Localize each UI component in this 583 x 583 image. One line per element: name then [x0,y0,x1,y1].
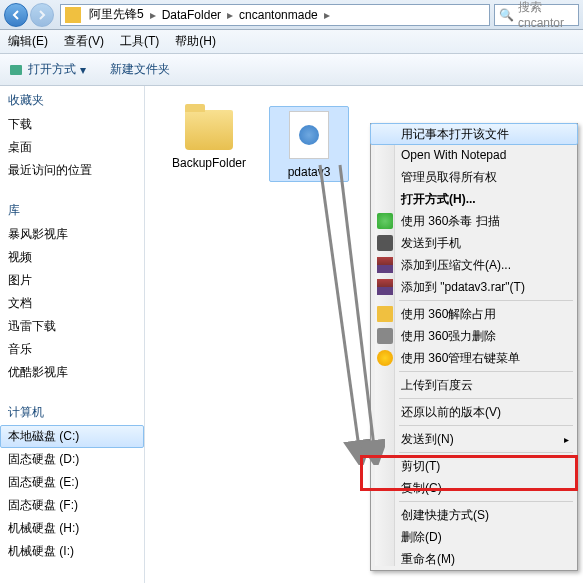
ctx-cut[interactable]: 剪切(T) [371,455,577,477]
file-item-selected[interactable]: pdatav3 [269,106,349,182]
ctx-create-shortcut[interactable]: 创建快捷方式(S) [371,504,577,526]
toolbar-label: 新建文件夹 [110,61,170,78]
ctx-open-with[interactable]: 打开方式(H)... [371,188,577,210]
folder-icon [65,7,81,23]
sidebar-item[interactable]: 下载 [0,113,144,136]
separator [399,425,573,426]
menu-edit[interactable]: 编辑(E) [8,33,48,50]
folder-item[interactable]: BackupFolder [169,106,249,172]
arrow-right-icon [37,10,47,20]
gear-icon [299,125,319,145]
breadcrumb-item[interactable]: DataFolder [158,8,225,22]
arrow-left-icon [11,10,21,20]
ctx-delete[interactable]: 删除(D) [371,526,577,548]
sidebar: 收藏夹 下载 桌面 最近访问的位置 库 暴风影视库 视频 图片 文档 迅雷下载 … [0,86,145,583]
archive-icon [377,279,393,295]
360-icon [377,350,393,366]
menu-view[interactable]: 查看(V) [64,33,104,50]
breadcrumb-item[interactable]: cncantonmade [235,8,322,22]
search-input[interactable]: 🔍 搜索 cncantor [494,4,579,26]
separator [399,501,573,502]
sidebar-item[interactable]: 机械硬盘 (H:) [0,517,144,540]
menu-help[interactable]: 帮助(H) [175,33,216,50]
chevron-down-icon: ▾ [80,63,86,77]
nav-back-button[interactable] [4,3,28,27]
ctx-open-notepad-en[interactable]: Open With Notepad [371,144,577,166]
sidebar-item[interactable]: 暴风影视库 [0,223,144,246]
open-icon [8,62,24,78]
ctx-restore-version[interactable]: 还原以前的版本(V) [371,401,577,423]
sidebar-group-favorites[interactable]: 收藏夹 [0,88,144,113]
sidebar-item[interactable]: 固态硬盘 (E:) [0,471,144,494]
search-icon: 🔍 [499,8,514,22]
ctx-manage-menu-360[interactable]: 使用 360管理右键菜单 [371,347,577,369]
ctx-force-del-360[interactable]: 使用 360强力删除 [371,325,577,347]
ctx-add-rar[interactable]: 添加到 "pdatav3.rar"(T) [371,276,577,298]
ctx-admin-owner[interactable]: 管理员取得所有权 [371,166,577,188]
svg-rect-0 [10,65,22,75]
menu-bar: 编辑(E) 查看(V) 工具(T) 帮助(H) [0,30,583,54]
separator [399,371,573,372]
ctx-unlock-360[interactable]: 使用 360解除占用 [371,303,577,325]
ctx-rename[interactable]: 重命名(M) [371,548,577,570]
file-label: pdatav3 [270,165,348,181]
breadcrumb-item[interactable]: 阿里先锋5 [85,6,148,23]
separator [399,452,573,453]
chevron-right-icon: ▸ [322,8,332,22]
ctx-send-to[interactable]: 发送到(N) [371,428,577,450]
file-label: BackupFolder [169,156,249,172]
sidebar-item[interactable]: 最近访问的位置 [0,159,144,182]
separator [399,398,573,399]
sidebar-item[interactable]: 固态硬盘 (D:) [0,448,144,471]
file-icon [289,111,329,159]
sidebar-item[interactable]: 迅雷下载 [0,315,144,338]
toolbar-new-folder[interactable]: 新建文件夹 [110,61,170,78]
sidebar-item[interactable]: 音乐 [0,338,144,361]
nav-forward-button[interactable] [30,3,54,27]
ctx-open-notepad-cn[interactable]: 用记事本打开该文件 [370,123,578,145]
toolbar-open-with[interactable]: 打开方式 ▾ [8,61,86,78]
ctx-upload-baidu[interactable]: 上传到百度云 [371,374,577,396]
sidebar-item[interactable]: 机械硬盘 (I:) [0,540,144,563]
separator [399,300,573,301]
chevron-right-icon: ▸ [225,8,235,22]
chevron-right-icon: ▸ [148,8,158,22]
ctx-scan-360[interactable]: 使用 360杀毒 扫描 [371,210,577,232]
archive-icon [377,257,393,273]
menu-tools[interactable]: 工具(T) [120,33,159,50]
sidebar-item-drive-c[interactable]: 本地磁盘 (C:) [0,425,144,448]
sidebar-item[interactable]: 视频 [0,246,144,269]
toolbar-label: 打开方式 [28,61,76,78]
sidebar-item[interactable]: 优酷影视库 [0,361,144,384]
sidebar-item[interactable]: 桌面 [0,136,144,159]
folder-icon [185,110,233,150]
sidebar-group-libraries[interactable]: 库 [0,198,144,223]
ctx-send-phone[interactable]: 发送到手机 [371,232,577,254]
toolbar: 打开方式 ▾ 新建文件夹 [0,54,583,86]
folder-icon [377,306,393,322]
ctx-add-archive[interactable]: 添加到压缩文件(A)... [371,254,577,276]
breadcrumb[interactable]: 阿里先锋5 ▸ DataFolder ▸ cncantonmade ▸ [60,4,490,26]
search-placeholder: 搜索 cncantor [518,0,574,30]
context-menu: 用记事本打开该文件 Open With Notepad 管理员取得所有权 打开方… [370,123,578,571]
sidebar-group-computer[interactable]: 计算机 [0,400,144,425]
sidebar-item[interactable]: 图片 [0,269,144,292]
shredder-icon [377,328,393,344]
phone-icon [377,235,393,251]
address-bar: 阿里先锋5 ▸ DataFolder ▸ cncantonmade ▸ 🔍 搜索… [0,0,583,30]
sidebar-item[interactable]: 文档 [0,292,144,315]
sidebar-item[interactable]: 固态硬盘 (F:) [0,494,144,517]
shield-icon [377,213,393,229]
ctx-copy[interactable]: 复制(C) [371,477,577,499]
